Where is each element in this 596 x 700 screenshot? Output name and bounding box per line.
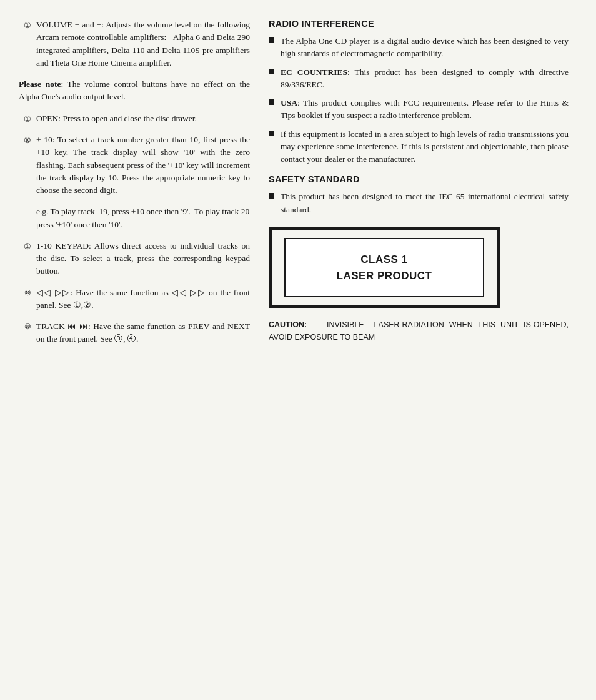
text-keypad: 1-10 KEYPAD: Allows direct access to ind…: [36, 240, 250, 278]
laser-text: CLASS 1 LASER PRODUCT: [337, 252, 432, 283]
safety-bullets: This product has been designed to meet t…: [269, 190, 569, 216]
text-volume: VOLUME + and −: Adjusts the volume level…: [36, 19, 250, 69]
list-item: The Alpha One CD player is a digital aud…: [269, 35, 569, 61]
symbol-volume: ①: [19, 19, 36, 32]
laser-box-inner: CLASS 1 LASER PRODUCT: [284, 238, 484, 297]
list-item: If this equipment is located in a area s…: [269, 128, 569, 166]
symbol-track: ⑩: [19, 320, 36, 332]
bullet-icon: [269, 99, 274, 105]
bullet-icon: [269, 69, 274, 74]
bullet-icon: [269, 37, 274, 43]
bullet-icon: [269, 131, 274, 136]
left-column: ① VOLUME + and −: Adjusts the volume lev…: [19, 19, 262, 681]
list-item-keypad: ① 1-10 KEYPAD: Allows direct access to i…: [19, 240, 250, 278]
list-item: This product has been designed to meet t…: [269, 190, 569, 216]
text-ffrew: ◁◁ ▷▷: Have the same function as ◁◁ ▷▷ o…: [36, 287, 250, 312]
plus10-example: e.g. To play track 19, press +10 once th…: [36, 205, 250, 231]
please-note-bold: Please note: [19, 79, 61, 89]
bullet-icon: [269, 193, 274, 199]
safety-heading: SAFETY STANDARD: [269, 174, 569, 184]
bullet-text-1: The Alpha One CD player is a digital aud…: [281, 35, 569, 61]
symbol-keypad: ①: [19, 240, 36, 253]
text-plus10: + 10: To select a track number greater t…: [36, 134, 250, 197]
list-item: USA: This product complies with FCC requ…: [269, 97, 569, 122]
radio-heading: RADIO INTERFERENCE: [269, 19, 569, 29]
list-item-plus10: ⑩ + 10: To select a track number greater…: [19, 134, 250, 197]
radio-bullets: The Alpha One CD player is a digital aud…: [269, 35, 569, 165]
laser-box: CLASS 1 LASER PRODUCT: [269, 227, 500, 308]
list-item: ① VOLUME + and −: Adjusts the volume lev…: [19, 19, 250, 69]
caution-bold: CAUTION:: [269, 320, 307, 329]
right-column: RADIO INTERFERENCE The Alpha One CD play…: [262, 19, 569, 681]
please-note: Please note: The volume control buttons …: [19, 78, 250, 104]
text-track: TRACK ⏮ ⏭: Have the same function as PRE…: [36, 320, 250, 346]
list-item-open: ① OPEN: Press to open and close the disc…: [19, 112, 250, 126]
bullet-text-2: EC COUNTRIES: This product has been desi…: [281, 66, 569, 92]
list-item-track: ⑩ TRACK ⏮ ⏭: Have the same function as P…: [19, 320, 250, 346]
bullet-text-3: USA: This product complies with FCC requ…: [281, 97, 569, 122]
symbol-plus10: ⑩: [19, 134, 36, 147]
list-item-ffrew: ⑩ ◁◁ ▷▷: Have the same function as ◁◁ ▷▷…: [19, 287, 250, 312]
symbol-open: ①: [19, 112, 36, 126]
text-open: OPEN: Press to open and close the disc d…: [36, 112, 250, 125]
symbol-ffrew: ⑩: [19, 287, 36, 298]
list-item: EC COUNTRIES: This product has been desi…: [269, 66, 569, 92]
bullet-text-safety: This product has been designed to meet t…: [281, 190, 569, 216]
page: ① VOLUME + and −: Adjusts the volume lev…: [0, 0, 596, 700]
bullet-text-4: If this equipment is located in a area s…: [281, 128, 569, 166]
caution-text: CAUTION: INVISIBLE LASER RADIATION WHEN …: [269, 318, 569, 343]
